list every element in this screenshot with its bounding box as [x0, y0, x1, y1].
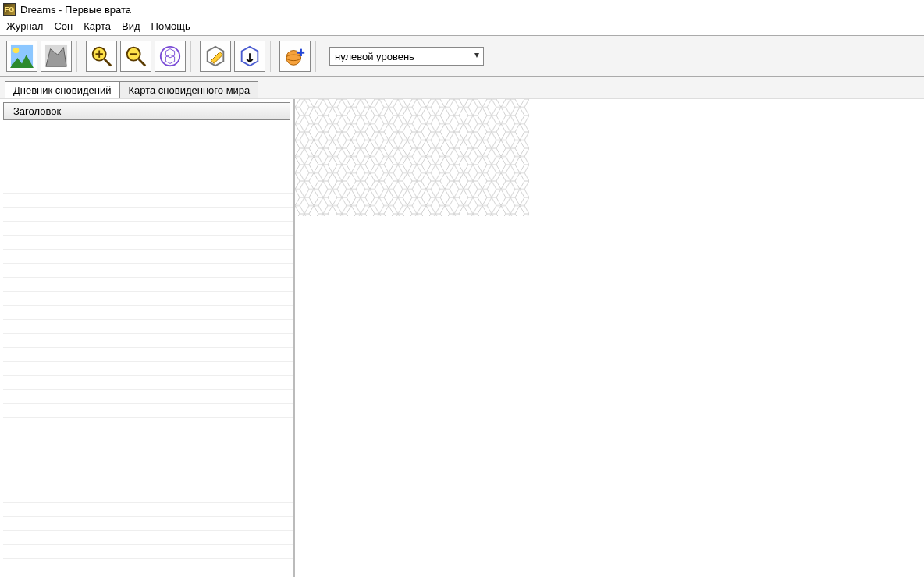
list-row	[3, 151, 293, 165]
globe-add-icon	[283, 44, 307, 68]
globe-add-button[interactable]	[279, 41, 311, 72]
list-row	[3, 517, 293, 531]
list-row	[3, 348, 293, 362]
level-select-wrap	[329, 47, 484, 66]
svg-rect-22	[295, 99, 529, 216]
svg-line-4	[105, 59, 111, 66]
svg-line-8	[139, 59, 145, 66]
move-hex-button[interactable]	[234, 41, 265, 72]
list-row	[3, 432, 293, 446]
list-row	[3, 334, 293, 348]
tab-strip: Дневник сновидений Карта сновиденного ми…	[0, 77, 924, 98]
list-row	[3, 306, 293, 320]
svg-marker-12	[165, 55, 174, 63]
menu-journal[interactable]: Журнал	[6, 20, 43, 32]
list-row	[3, 531, 293, 545]
hex-pattern-icon	[158, 44, 182, 68]
menu-sleep[interactable]: Сон	[54, 20, 73, 32]
tab-map[interactable]: Карта сновиденного мира	[119, 81, 258, 98]
list-row	[3, 488, 293, 503]
map-view[interactable]: Зона:Город Восток	[295, 99, 924, 577]
rock-icon	[44, 44, 68, 68]
side-header[interactable]: Заголовок	[3, 102, 290, 120]
list-row	[3, 194, 293, 208]
zoom-in-button[interactable]	[86, 41, 117, 72]
list-row	[3, 446, 293, 460]
list-row	[3, 292, 293, 306]
svg-point-10	[161, 47, 179, 66]
list-row	[3, 545, 293, 559]
list-row	[3, 264, 293, 278]
list-row	[3, 390, 293, 404]
hex-pattern-button[interactable]	[155, 41, 186, 72]
list-row	[3, 137, 293, 151]
titlebar: FG Dreams - Первые врата	[0, 0, 924, 19]
zoom-in-icon	[90, 44, 113, 68]
toolbar	[0, 35, 924, 77]
list-row	[3, 320, 293, 334]
menu-view[interactable]: Вид	[122, 20, 140, 32]
menu-map[interactable]: Карта	[84, 20, 111, 32]
toolbar-separator	[190, 41, 195, 72]
list-row	[3, 179, 293, 194]
list-row	[3, 208, 293, 222]
list-row	[3, 474, 293, 488]
list-row	[3, 236, 293, 250]
work-area: Заголовок	[0, 98, 924, 577]
list-row	[3, 165, 293, 179]
side-list[interactable]	[3, 123, 293, 577]
list-row	[3, 362, 293, 376]
list-row	[3, 460, 293, 474]
menu-help[interactable]: Помощь	[151, 20, 190, 32]
toolbar-separator	[315, 41, 320, 72]
hex-grid	[295, 99, 529, 216]
zoom-out-icon	[124, 44, 147, 68]
toolbar-separator	[76, 41, 81, 72]
edit-hex-icon	[204, 44, 227, 68]
level-select[interactable]	[329, 47, 484, 66]
window-title: Dreams - Первые врата	[20, 4, 131, 16]
list-row	[3, 250, 293, 264]
list-row	[3, 278, 293, 292]
zoom-out-button[interactable]	[120, 41, 151, 72]
side-panel: Заголовок	[0, 99, 295, 577]
list-row	[3, 503, 293, 517]
list-row	[3, 123, 293, 137]
menu-bar: Журнал Сон Карта Вид Помощь	[0, 19, 924, 35]
svg-point-1	[13, 48, 20, 54]
landscape-icon	[10, 44, 34, 68]
tab-diary[interactable]: Дневник сновидений	[5, 81, 119, 98]
app-icon: FG	[3, 3, 16, 16]
edit-hex-button[interactable]	[200, 41, 231, 72]
toolbar-separator	[270, 41, 275, 72]
list-row	[3, 404, 293, 418]
move-hex-icon	[238, 44, 261, 68]
list-row	[3, 418, 293, 432]
list-row	[3, 222, 293, 236]
list-row	[3, 376, 293, 390]
landscape-button[interactable]	[6, 41, 37, 72]
rock-button[interactable]	[41, 41, 72, 72]
